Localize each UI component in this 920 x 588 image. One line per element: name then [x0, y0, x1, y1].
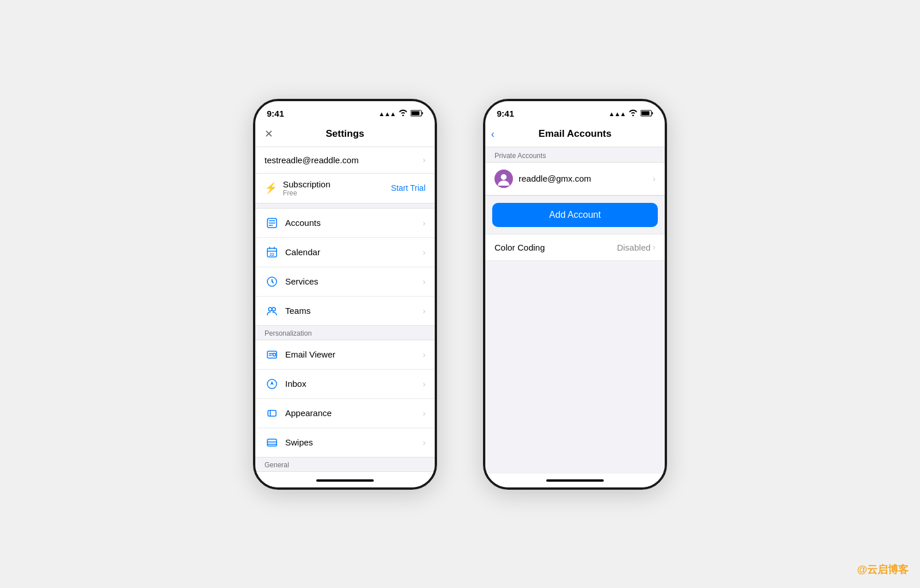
svg-rect-8: [267, 351, 277, 358]
home-bar: [316, 479, 374, 482]
wifi-icon: [398, 109, 408, 118]
subscription-status: Free: [283, 189, 331, 197]
battery-icon: [411, 110, 423, 118]
calendar-item[interactable]: 22 Calendar ›: [255, 238, 435, 267]
email-viewer-item[interactable]: Email Viewer ›: [255, 340, 435, 370]
battery-icon-2: [641, 109, 653, 119]
appearance-icon: [264, 406, 279, 421]
profile-email: testreadle@readdle.com: [264, 155, 359, 165]
accounts-item[interactable]: Accounts ›: [255, 209, 435, 238]
accounts-list: readdle@gmx.com ›: [485, 162, 665, 196]
settings-screen: testreadle@readdle.com › ⚡ Subscription …: [255, 147, 435, 474]
appearance-item[interactable]: Appearance ›: [255, 399, 435, 428]
account-avatar: [494, 170, 513, 188]
inbox-item[interactable]: Inbox ›: [255, 370, 435, 399]
swipes-label: Swipes: [285, 437, 313, 447]
account-row[interactable]: readdle@gmx.com ›: [485, 163, 665, 195]
svg-rect-1: [412, 111, 420, 115]
email-accounts-title: Email Accounts: [539, 128, 612, 140]
services-label: Services: [285, 276, 319, 286]
appearance-label: Appearance: [285, 408, 332, 418]
bottom-spacer-2: [485, 261, 665, 284]
email-accounts-nav-bar: ‹ Email Accounts: [485, 122, 665, 147]
services-item[interactable]: Services ›: [255, 267, 435, 297]
svg-point-7: [272, 308, 275, 311]
accounts-chevron: ›: [423, 218, 425, 228]
accounts-label: Accounts: [285, 218, 321, 228]
status-time: 9:41: [267, 109, 284, 118]
swipes-item[interactable]: Swipes ›: [255, 428, 435, 457]
svg-rect-18: [652, 112, 653, 114]
home-indicator-2: [485, 474, 665, 487]
close-button[interactable]: ✕: [264, 128, 273, 140]
email-accounts-screen: Private Accounts readdle@gmx.com › Add A…: [485, 147, 665, 474]
add-account-button[interactable]: Add Account: [492, 203, 658, 227]
subscription-row[interactable]: ⚡ Subscription Free Start Trial: [255, 174, 435, 203]
inbox-icon: [264, 376, 279, 391]
personalization-section: Email Viewer › Inbox › Appeara: [255, 340, 435, 458]
svg-marker-11: [270, 381, 274, 385]
account-chevron: ›: [653, 174, 656, 183]
svg-point-9: [273, 353, 276, 356]
main-settings-section: Accounts › 22 Calendar › Servic: [255, 208, 435, 326]
personalization-header: Personalization: [255, 326, 435, 340]
svg-rect-13: [267, 439, 277, 446]
status-icons: ▲▲▲: [378, 109, 423, 118]
color-coding-label: Color Coding: [494, 243, 545, 252]
email-viewer-chevron: ›: [423, 350, 425, 359]
signal-icon-2: ▲▲▲: [608, 110, 626, 117]
svg-rect-2: [422, 112, 423, 114]
color-coding-chevron: ›: [653, 243, 656, 252]
svg-text:22: 22: [270, 252, 274, 256]
status-icons-2: ▲▲▲: [608, 109, 653, 119]
email-viewer-icon: [264, 347, 279, 362]
inbox-chevron: ›: [423, 379, 425, 389]
back-button[interactable]: ‹: [491, 128, 494, 140]
home-indicator: [255, 474, 435, 487]
calendar-chevron: ›: [423, 248, 425, 257]
phone-email-accounts: 9:41 ▲▲▲ ‹ Email Accounts Private Accoun…: [483, 99, 667, 490]
phone-settings: 9:41 ▲▲▲ ✕ Settings testreadle@readdle.c…: [253, 99, 437, 490]
private-accounts-label: Private Accounts: [485, 147, 665, 162]
account-email: readdle@gmx.com: [519, 174, 591, 183]
teams-icon: [264, 303, 279, 318]
svg-point-20: [501, 174, 507, 180]
home-bar-2: [546, 479, 604, 482]
services-icon: [264, 274, 279, 289]
watermark: @云启博客: [857, 563, 908, 577]
general-header: General: [255, 458, 435, 471]
settings-nav-bar: ✕ Settings: [255, 122, 435, 147]
profile-row[interactable]: testreadle@readdle.com ›: [255, 147, 435, 174]
svg-rect-12: [268, 410, 276, 416]
subscription-icon: ⚡: [264, 182, 277, 194]
appearance-chevron: ›: [423, 409, 425, 418]
svg-rect-17: [642, 111, 650, 115]
email-viewer-label: Email Viewer: [285, 349, 335, 359]
signal-icon: ▲▲▲: [378, 110, 396, 117]
svg-point-6: [269, 308, 272, 311]
profile-chevron: ›: [423, 155, 425, 164]
teams-item[interactable]: Teams ›: [255, 297, 435, 325]
status-time-2: 9:41: [497, 109, 514, 118]
status-bar-2: 9:41 ▲▲▲: [485, 101, 665, 122]
settings-title: Settings: [325, 128, 364, 140]
swipes-chevron: ›: [423, 438, 425, 447]
accounts-icon: [264, 216, 279, 230]
calendar-icon: 22: [264, 245, 279, 260]
calendar-label: Calendar: [285, 247, 320, 257]
teams-chevron: ›: [423, 306, 425, 316]
inbox-label: Inbox: [285, 379, 306, 389]
services-chevron: ›: [423, 277, 425, 286]
gap: [255, 203, 435, 208]
color-coding-value: Disabled: [617, 243, 650, 252]
status-bar: 9:41 ▲▲▲: [255, 101, 435, 122]
wifi-icon-2: [628, 109, 638, 118]
start-trial-button[interactable]: Start Trial: [391, 183, 425, 193]
teams-label: Teams: [285, 306, 310, 316]
swipes-icon: [264, 435, 279, 450]
subscription-name: Subscription: [283, 179, 331, 189]
color-coding-row[interactable]: Color Coding Disabled ›: [485, 234, 665, 261]
